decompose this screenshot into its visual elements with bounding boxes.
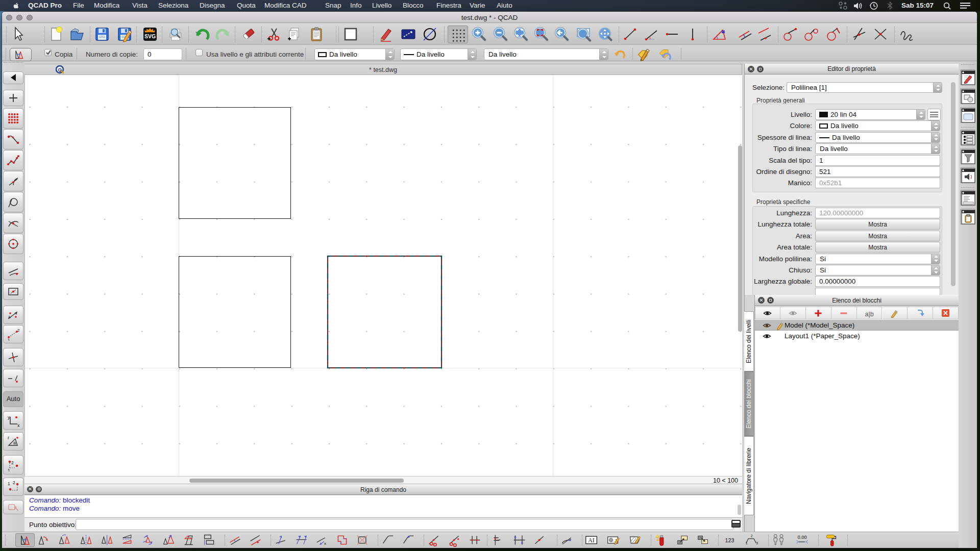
svg-text:2: 2	[751, 534, 753, 538]
svg-text:r: r	[8, 435, 9, 440]
svg-text:1: 1	[746, 541, 748, 545]
svg-text:x: x	[324, 541, 326, 546]
svg-text:2: 2	[11, 460, 14, 465]
svg-text:SVG: SVG	[144, 33, 156, 39]
svg-text:1: 1	[8, 481, 10, 486]
svg-text:2: 2	[13, 480, 15, 485]
svg-text:1: 1	[8, 338, 10, 341]
svg-text:y: y	[8, 415, 10, 420]
svg-text:2: 2	[17, 328, 20, 333]
svg-text:1: 1	[8, 468, 10, 471]
svg-text:AI: AI	[588, 537, 594, 544]
svg-text:a: a	[13, 440, 16, 445]
svg-text:0.00: 0.00	[797, 534, 806, 540]
svg-text:x: x	[17, 423, 20, 427]
svg-text:Q: Q	[58, 67, 62, 72]
svg-text:123: 123	[725, 537, 734, 543]
svg-text:3: 3	[756, 541, 758, 545]
